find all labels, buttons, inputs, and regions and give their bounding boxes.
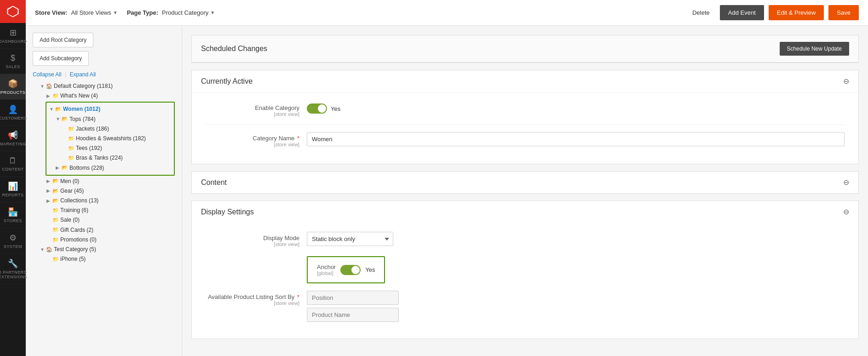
- tree-item-hoodies[interactable]: 📁 Hoodies & Sweatshirts (182): [61, 134, 172, 144]
- tree-item-tops[interactable]: ▼ 📂 Tops (784): [55, 115, 172, 124]
- category-label: Test Category (5): [54, 245, 96, 254]
- sidebar-item-customers[interactable]: 👤 CUSTOMERS: [0, 100, 26, 126]
- tree-toggle-icon[interactable]: ▶: [46, 92, 51, 100]
- collapse-all-link[interactable]: Collapse All: [33, 71, 62, 78]
- tree-toggle-icon[interactable]: ▶: [56, 164, 60, 172]
- sidebar-item-system[interactable]: ⚙ SYSTEM: [0, 228, 26, 254]
- tree-item-training[interactable]: 📁 Training (6): [46, 206, 175, 215]
- anchor-row-label: [206, 254, 307, 264]
- enable-category-toggle-wrapper: Yes: [307, 102, 845, 114]
- sidebar-logo[interactable]: [0, 0, 26, 23]
- display-settings-header[interactable]: Display Settings ⊖: [192, 201, 858, 223]
- tree-item-gear[interactable]: ▶ 📂 Gear (45): [46, 186, 175, 196]
- tree-toggle-icon[interactable]: ▶: [46, 178, 51, 185]
- tree-toggle-icon[interactable]: ▼: [40, 246, 45, 253]
- sidebar-item-stores-label: STORES: [4, 218, 22, 223]
- category-label: Collections (13): [60, 196, 98, 205]
- add-root-category-button[interactable]: Add Root Category: [33, 33, 93, 47]
- folder-icon: 📂: [52, 197, 59, 205]
- right-panel: Scheduled Changes Schedule New Update Cu…: [182, 26, 868, 356]
- available-sort-row: Available Product Listing Sort By * [sto…: [206, 291, 845, 322]
- tree-item-collections[interactable]: ▶ 📂 Collections (13): [46, 196, 175, 206]
- tree-item-bottoms[interactable]: ▶ 📂 Bottoms (228): [55, 163, 172, 173]
- category-label: Women (1012): [63, 105, 100, 114]
- sidebar-item-reports[interactable]: 📊 REPORTS: [0, 177, 26, 202]
- sidebar-item-customers-label: CUSTOMERS: [0, 116, 27, 121]
- sidebar-item-content[interactable]: 🗒 CONTENT: [0, 151, 26, 177]
- currently-active-title: Currently Active: [201, 77, 253, 86]
- store-view-label: Store View:: [35, 9, 68, 16]
- tree-item-test-category[interactable]: ▼ 🏠 Test Category (5): [39, 245, 175, 254]
- tree-toggle-icon[interactable]: ▶: [46, 197, 51, 205]
- anchor-toggle-label: Yes: [365, 266, 375, 273]
- scheduled-changes-title: Scheduled Changes: [201, 45, 267, 53]
- category-label: What's New (4): [60, 92, 98, 100]
- display-settings-collapse-icon: ⊖: [843, 207, 849, 216]
- anchor-toggle[interactable]: [340, 265, 361, 275]
- display-mode-select[interactable]: Products only Static block only Static b…: [307, 232, 393, 246]
- display-settings-title: Display Settings: [201, 208, 254, 216]
- category-label: Sale (0): [60, 216, 80, 224]
- schedule-new-update-button[interactable]: Schedule New Update: [780, 42, 849, 56]
- currently-active-collapse-button[interactable]: ⊖: [843, 77, 849, 86]
- tree-item-promotions[interactable]: 📁 Promotions (0): [46, 235, 175, 245]
- folder-icon: 📂: [62, 115, 68, 123]
- tree-item-gift-cards[interactable]: 📁 Gift Cards (2): [46, 225, 175, 235]
- add-subcategory-button[interactable]: Add Subcategory: [33, 51, 89, 66]
- tree-toggle-icon: [62, 155, 67, 162]
- content-header[interactable]: Content ⊖: [192, 172, 858, 193]
- enable-category-row: Enable Category [store view] Yes: [206, 102, 845, 117]
- tree-toggle-icon[interactable]: ▼: [56, 115, 60, 123]
- sidebar-item-partners-label: 0 PARTNERS EXTENSIONS: [0, 270, 28, 279]
- scheduled-changes-actions: Schedule New Update: [780, 42, 849, 56]
- category-label: Training (6): [60, 206, 88, 215]
- sidebar-item-marketing[interactable]: 📢 MARKETING: [0, 126, 26, 151]
- sidebar-item-reports-label: REPORTS: [2, 193, 24, 197]
- expand-all-link[interactable]: Expand All: [70, 71, 96, 78]
- scheduled-changes-header: Scheduled Changes Schedule New Update: [192, 35, 858, 63]
- tree-item-bras-tanks[interactable]: 📁 Bras & Tanks (224): [61, 153, 172, 163]
- tree-item-iphone[interactable]: 📁 iPhone (5): [46, 254, 175, 264]
- top-bar-actions: Delete Add Event Edit & Preview Save: [687, 5, 859, 20]
- tree-item-whats-new[interactable]: ▶ 📁 What's New (4): [46, 91, 175, 101]
- anchor-row: Anchor [global] Yes: [206, 254, 845, 283]
- anchor-label: Anchor [global]: [317, 264, 336, 276]
- tree-item-default-category[interactable]: ▼ 🏠 Default Category (1181): [39, 81, 175, 91]
- tree-toggle-icon: [46, 207, 51, 214]
- add-event-button[interactable]: Add Event: [720, 5, 764, 20]
- required-star: *: [297, 135, 299, 142]
- tree-toggle-icon[interactable]: ▶: [46, 187, 51, 195]
- scheduled-changes-section: Scheduled Changes Schedule New Update: [191, 35, 859, 63]
- tree-item-tees[interactable]: 📁 Tees (192): [61, 144, 172, 153]
- sidebar-item-sales[interactable]: $ SALES: [0, 49, 26, 74]
- delete-button[interactable]: Delete: [687, 6, 715, 20]
- available-sort-control: [307, 291, 845, 322]
- sidebar-item-dashboard[interactable]: ⊞ DASHBOARD: [0, 23, 26, 49]
- tree-item-men[interactable]: ▶ 📂 Men (0): [46, 177, 175, 186]
- top-bar-left: Store View: All Store Views ▼ Page Type:…: [35, 9, 215, 16]
- folder-icon: 📂: [52, 177, 59, 185]
- store-view-select[interactable]: All Store Views ▼: [71, 9, 118, 16]
- category-name-input[interactable]: [307, 132, 845, 146]
- sidebar-item-stores[interactable]: 🏪 STORES: [0, 202, 26, 228]
- list-item: ▼ 📂 Women (1012) ▼ 📂: [46, 102, 175, 175]
- tree-item-jackets[interactable]: 📁 Jackets (186): [61, 124, 172, 134]
- page-type-select[interactable]: Product Category ▼: [162, 9, 215, 16]
- sidebar-item-products[interactable]: 📦 PRODUCTS: [0, 74, 26, 100]
- enable-category-toggle-label: Yes: [331, 105, 340, 112]
- content-title: Content: [201, 178, 227, 187]
- products-icon: 📦: [8, 79, 18, 89]
- tree-item-sale[interactable]: 📁 Sale (0): [46, 215, 175, 225]
- store-view-caret-icon: ▼: [113, 10, 118, 15]
- save-button[interactable]: Save: [828, 5, 859, 20]
- page-type-label: Page Type:: [127, 9, 158, 16]
- tree-toggle-icon: [62, 135, 67, 143]
- enable-category-toggle[interactable]: [307, 103, 327, 114]
- edit-preview-button[interactable]: Edit & Preview: [769, 5, 824, 20]
- category-label: Promotions (0): [60, 235, 97, 244]
- tree-toggle-icon[interactable]: ▼: [49, 106, 54, 113]
- women-highlight-box: ▼ 📂 Women (1012) ▼ 📂: [46, 102, 175, 175]
- sidebar-item-partners[interactable]: 🔧 0 PARTNERS EXTENSIONS: [0, 254, 26, 284]
- tree-item-women[interactable]: ▼ 📂 Women (1012): [48, 104, 172, 114]
- tree-toggle-icon[interactable]: ▼: [40, 83, 45, 90]
